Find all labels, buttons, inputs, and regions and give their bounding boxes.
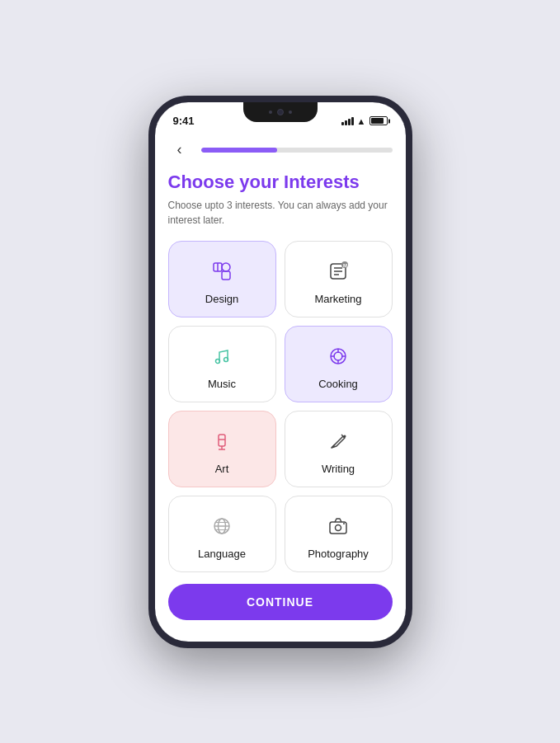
writing-icon xyxy=(323,426,353,456)
svg-point-32 xyxy=(343,523,345,524)
svg-point-3 xyxy=(222,263,230,271)
interests-grid: Design M Marketing xyxy=(168,241,393,572)
interest-card-art[interactable]: Art xyxy=(168,411,276,487)
interest-card-writing[interactable]: Writing xyxy=(285,411,393,487)
svg-point-10 xyxy=(216,359,220,363)
interest-card-photography[interactable]: Photography xyxy=(285,496,393,572)
svg-rect-1 xyxy=(222,271,230,280)
interest-card-language[interactable]: Language xyxy=(168,496,276,572)
battery-icon xyxy=(369,116,388,125)
svg-point-11 xyxy=(224,357,228,361)
notch-camera xyxy=(277,109,284,115)
signal-icon xyxy=(341,117,354,125)
power-button xyxy=(411,185,412,226)
back-arrow-icon: ‹ xyxy=(177,141,182,158)
notch-sensor-2 xyxy=(289,111,292,114)
top-nav: ‹ xyxy=(168,132,393,172)
music-label: Music xyxy=(208,378,236,390)
interest-card-cooking[interactable]: Cooking xyxy=(285,326,393,402)
progress-bar xyxy=(201,148,393,153)
cooking-label: Cooking xyxy=(318,378,358,390)
vol-up-button xyxy=(148,176,150,201)
marketing-icon: M xyxy=(323,256,353,286)
music-icon xyxy=(207,341,237,371)
progress-bar-fill xyxy=(201,148,278,153)
phone-frame: 9:41 ▲ ‹ xyxy=(148,96,412,648)
back-button[interactable]: ‹ xyxy=(168,139,191,162)
photography-label: Photography xyxy=(308,548,369,560)
art-label: Art xyxy=(215,463,229,475)
interest-card-marketing[interactable]: M Marketing xyxy=(285,241,393,317)
language-icon xyxy=(207,511,237,541)
status-time: 9:41 xyxy=(173,115,195,127)
language-label: Language xyxy=(198,548,246,560)
art-icon xyxy=(207,426,237,456)
cooking-icon xyxy=(323,341,353,371)
design-label: Design xyxy=(205,293,238,305)
page-title: Choose your Interests xyxy=(168,172,393,193)
writing-label: Writing xyxy=(322,463,355,475)
interest-card-music[interactable]: Music xyxy=(168,326,276,402)
svg-rect-18 xyxy=(219,435,225,446)
marketing-label: Marketing xyxy=(314,293,361,305)
vol-down-button xyxy=(148,209,150,234)
interest-card-design[interactable]: Design xyxy=(168,241,276,317)
photography-icon xyxy=(323,511,353,541)
status-icons: ▲ xyxy=(341,116,388,126)
continue-button[interactable]: CONTINUE xyxy=(168,584,393,620)
svg-point-24 xyxy=(344,435,346,437)
design-icon xyxy=(207,256,237,286)
notch xyxy=(243,102,318,122)
notch-sensor xyxy=(269,111,272,114)
screen: 9:41 ▲ ‹ xyxy=(155,102,406,642)
svg-point-13 xyxy=(334,352,342,360)
page-subtitle: Choose upto 3 interests. You can always … xyxy=(168,198,393,228)
svg-text:M: M xyxy=(343,263,347,268)
wifi-icon: ▲ xyxy=(357,116,366,126)
svg-point-31 xyxy=(336,524,341,530)
content-area: ‹ Choose your Interests Choose upto 3 in… xyxy=(155,132,406,642)
